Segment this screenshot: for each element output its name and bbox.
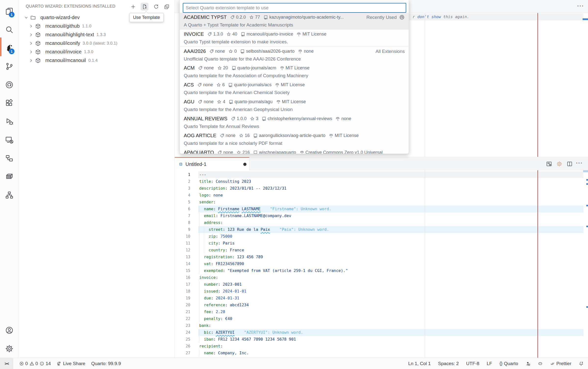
line-number: 11	[175, 240, 190, 247]
encoding-status[interactable]: UTF-8	[466, 361, 479, 366]
star-icon	[249, 15, 255, 20]
use-template-icon	[142, 4, 147, 10]
quarto-version-status[interactable]: Quarto: 99.9.9	[91, 361, 121, 366]
activity-github[interactable]	[0, 75, 18, 94]
code-line-23[interactable]: 23bank:	[175, 322, 588, 329]
quickpick-item-invoice[interactable]: INVOICE1.3.040mcanouil/quarto-invoiceMIT…	[180, 30, 409, 47]
code-line-20[interactable]: 20 reference: abcd1234	[175, 302, 588, 308]
activity-hierarchy[interactable]	[0, 186, 18, 204]
code-line-26[interactable]: 26recipient:	[175, 343, 588, 350]
code-line-7[interactable]: 7 email: Firstname.LASTNAME@company.dev	[175, 212, 588, 219]
quickpick-item-apaquarto[interactable]: APAQUARTOnone216wjschne/apaquartoCreativ…	[180, 148, 409, 154]
quickpick-item-agu[interactable]: AGUnone4quarto-journals/aguMIT LicenseQu…	[180, 97, 409, 114]
activity-remote-explorer[interactable]	[0, 131, 18, 149]
activity-search[interactable]	[0, 20, 18, 39]
code-line-3[interactable]: 3description: 2023/01/01 -- 2023/12/31	[175, 185, 588, 192]
tree-item-mcanouil-mcanouil[interactable]: mcanouil/mcanouil0.1.4	[18, 56, 174, 65]
tab-label: Untitled-1	[185, 161, 207, 167]
open-preview-icon[interactable]	[545, 160, 553, 168]
activity-references[interactable]	[0, 149, 18, 167]
tree-item-mcanouil-invoice[interactable]: mcanouil/invoice1.3.0	[18, 48, 174, 56]
notifications-bell[interactable]	[579, 361, 584, 366]
quickpick-item-academic-typst[interactable]: ACADEMIC TYPST0.2.077kazuyanagimoto/quar…	[180, 13, 409, 30]
prettier-status[interactable]: Prettier	[550, 361, 571, 366]
activity-settings-gear[interactable]	[0, 339, 18, 358]
bottom-editor-more-actions-icon[interactable]: ···	[576, 160, 583, 166]
code-line-15[interactable]: 15 exempted: "Exempted from VAT (article…	[175, 267, 588, 274]
activity-explorer[interactable]: 1	[0, 2, 18, 20]
activity-container[interactable]	[0, 167, 18, 186]
code-line-5[interactable]: 5sender:	[175, 199, 588, 206]
code-line-22[interactable]: 22 penalty: €40	[175, 315, 588, 322]
language-mode-status[interactable]: {}Quarto	[500, 361, 518, 366]
eol-status[interactable]: LF	[487, 361, 492, 366]
account-icon	[5, 326, 14, 335]
bottom-editor[interactable]: 1---2title: Consulting 20233description:…	[175, 170, 588, 358]
overview-ruler-mark	[583, 18, 588, 20]
code-line-9[interactable]: 9 street: 123 Rue de la Paix "Paix": Unk…	[175, 226, 588, 233]
activity-source-control[interactable]	[0, 57, 18, 75]
tree-item-mcanouil-github[interactable]: mcanouil/github1.1.0	[18, 22, 174, 30]
code-line-19[interactable]: 19 due: 2024-01-31	[175, 295, 588, 302]
code-line-14[interactable]: 14 vat: FR1234567890	[175, 260, 588, 267]
meta-star: 40	[226, 32, 237, 37]
code-line-2[interactable]: 2title: Consulting 2023	[175, 178, 588, 185]
spell-checker-status[interactable]	[526, 361, 530, 366]
use-template-button[interactable]	[141, 3, 148, 11]
badge: 1	[9, 12, 14, 17]
code-line-4[interactable]: 4logo: none	[175, 192, 588, 199]
code-line-18[interactable]: 18 issued: 2024-01-01	[175, 288, 588, 295]
problems-status[interactable]: 0 0 14	[19, 361, 51, 366]
code-line-12[interactable]: 12 country: France	[175, 247, 588, 254]
quickpick-item-annual-reviews[interactable]: ANNUAL REVIEWS1.0.03christopherkenny/ann…	[180, 114, 409, 131]
split-editor-icon[interactable]	[566, 160, 573, 168]
quickpick-item-aog-article[interactable]: AOG ARTICLEnone16aarongullickson/aog-art…	[180, 131, 409, 148]
code-line-13[interactable]: 13 registration: 123 456 789	[175, 254, 588, 260]
code-line-1[interactable]: 1---	[175, 171, 588, 178]
code-line-11[interactable]: 11 city: Paris	[175, 240, 588, 247]
activity-extensions[interactable]	[0, 94, 18, 112]
code-line-25[interactable]: 25 iban: FR12 1234 4567 7890 1234 5678 9…	[175, 336, 588, 343]
indent-guide	[199, 336, 199, 343]
activity-run-debug[interactable]	[0, 112, 18, 131]
repo-icon	[240, 49, 246, 54]
top-editor-more-actions-icon[interactable]: ···	[577, 3, 584, 9]
code-line-24[interactable]: 24 bic: AZERTYUI "AZERTYUI": Unknown wor…	[175, 329, 588, 336]
code-line-16[interactable]: 16invoice:	[175, 274, 588, 281]
collapse-all-button[interactable]	[163, 3, 171, 11]
star-icon	[239, 133, 245, 138]
quickpick-item-aaai2026[interactable]: AAAI2026none0selbosh/aaai2026-quartonone…	[180, 47, 409, 63]
package-icon	[35, 40, 43, 46]
tab-untitled-1[interactable]: Untitled-1	[175, 157, 249, 171]
code-line-10[interactable]: 10 zip: 75000	[175, 233, 588, 240]
quickpick-item-acm[interactable]: ACMnone20quarto-journals/acmMIT LicenseQ…	[180, 63, 409, 80]
tree-item-mcanouil-highlight-text[interactable]: mcanouil/highlight-text1.3.3	[18, 30, 174, 39]
github-icon[interactable]	[397, 14, 405, 20]
code-line-8[interactable]: 8 address:	[175, 219, 588, 226]
template-description: A Quarto + Typst Template for Academic M…	[184, 22, 405, 28]
search-icon	[5, 25, 14, 34]
live-share-status[interactable]: Live Share	[57, 361, 85, 366]
code-line-21[interactable]: 21 fee: 2.28	[175, 308, 588, 315]
activity-quarto-wizard[interactable]: 1	[0, 39, 18, 57]
code-line-6[interactable]: 6 name: Firstname LASTNAME "Firstname": …	[175, 206, 588, 212]
copilot-status[interactable]	[538, 361, 543, 366]
github-icon	[5, 80, 14, 89]
add-button[interactable]	[129, 3, 137, 11]
code-line-27[interactable]: 27 name: Company, Inc.	[175, 350, 588, 357]
remote-indicator[interactable]: ><	[0, 358, 13, 369]
overview-ruler-mark	[586, 183, 588, 185]
tree-item-mcanouil-iconify[interactable]: mcanouil/iconify3.0.0 (latest: 3.0.1)	[18, 39, 174, 48]
quickpick-input[interactable]	[183, 3, 406, 13]
quickpick-item-acs[interactable]: ACSnone6quarto-journals/acsMIT LicenseQu…	[180, 80, 409, 97]
quarto-render-icon[interactable]	[556, 160, 563, 168]
activity-account[interactable]	[0, 321, 18, 339]
code-line-17[interactable]: 17 number: 2023-001	[175, 281, 588, 288]
modified-dot-icon[interactable]	[243, 163, 246, 166]
indentation-status[interactable]: Spaces: 2	[438, 361, 459, 366]
minimap-slider[interactable]	[583, 170, 588, 172]
meta-law: MIT License	[329, 133, 359, 138]
law-icon	[300, 150, 306, 154]
refresh-button[interactable]	[152, 3, 160, 11]
cursor-position-status[interactable]: Ln 1, Col 1	[408, 361, 431, 366]
